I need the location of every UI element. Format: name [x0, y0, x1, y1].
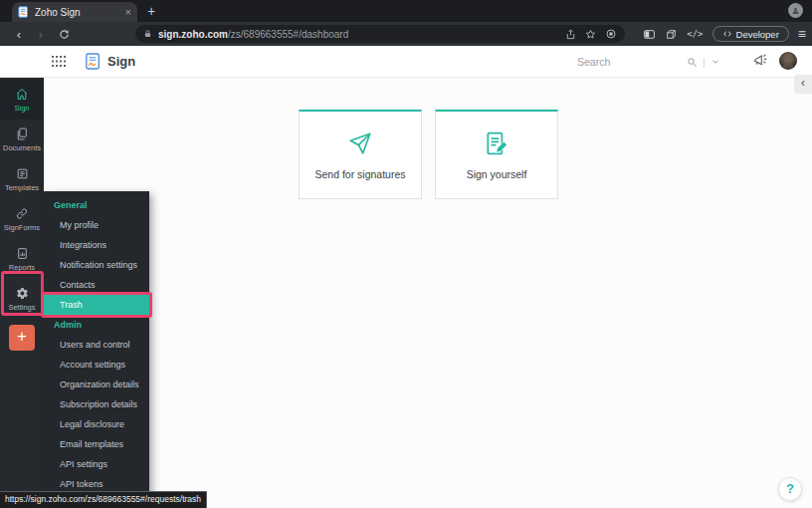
zoho-sign-window: Zoho Sign × + ‹ › sign.zoho.com/zs/68966… — [0, 0, 812, 508]
lock-icon — [143, 29, 152, 39]
user-avatar[interactable] — [779, 52, 797, 70]
sidebar-item-signforms[interactable]: SignForms — [0, 199, 44, 239]
reports-icon — [16, 247, 29, 260]
sidebar-item-settings[interactable]: Settings — [0, 279, 44, 319]
sign-yourself-card[interactable]: Sign yourself — [435, 110, 558, 199]
share-icon[interactable] — [565, 29, 576, 40]
announcements-icon[interactable] — [752, 52, 768, 72]
developer-icon — [722, 29, 732, 39]
card-label: Sign yourself — [467, 168, 527, 180]
search-input[interactable] — [577, 56, 687, 68]
search-icon[interactable] — [687, 57, 698, 68]
settings-flyout-menu: General My profile Integrations Notifica… — [44, 191, 149, 508]
tab-close-icon[interactable]: × — [125, 7, 131, 18]
menu-item-api-settings[interactable]: API settings — [44, 454, 149, 474]
side-panel-icon[interactable] — [643, 28, 656, 41]
link-icon — [15, 207, 29, 220]
menu-item-notification-settings[interactable]: Notification settings — [44, 255, 149, 275]
developer-label: Developer — [736, 29, 779, 40]
send-for-signatures-card[interactable]: Send for signatures — [299, 110, 422, 199]
url-path: /zs/689663555#/dashboard — [228, 29, 348, 40]
home-icon — [15, 88, 29, 101]
search-scope-chevron-icon[interactable] — [710, 57, 720, 67]
paper-plane-icon — [347, 130, 373, 156]
bookmark-star-icon[interactable] — [585, 29, 596, 40]
browser-profile-icon[interactable] — [788, 3, 803, 18]
sign-document-icon — [484, 130, 509, 156]
global-search[interactable]: | — [577, 46, 736, 78]
sidebar-item-documents[interactable]: Documents — [0, 120, 44, 159]
app-name: Sign — [107, 54, 135, 69]
toolbar-right: </> Developer ≡ — [643, 22, 806, 46]
forward-icon: › — [30, 27, 52, 42]
browser-menu-icon[interactable]: ≡ — [798, 26, 806, 42]
sidebar-item-sign[interactable]: Sign — [0, 80, 44, 120]
devtools-code-icon[interactable]: </> — [687, 29, 703, 39]
menu-item-subscription-details[interactable]: Subscription details — [44, 394, 149, 414]
tab-title: Zoho Sign — [35, 7, 119, 18]
sidebar-item-templates[interactable]: Templates — [0, 159, 44, 199]
search-divider: | — [703, 56, 706, 68]
menu-item-organization-details[interactable]: Organization details — [44, 375, 149, 394]
developer-pill-button[interactable]: Developer — [712, 26, 789, 42]
menu-item-account-settings[interactable]: Account settings — [44, 355, 149, 375]
app-sidebar: Sign Documents Templates SignForms — [0, 78, 44, 508]
templates-icon — [16, 167, 29, 180]
reload-icon[interactable] — [52, 29, 76, 40]
app-launcher-icon[interactable] — [52, 56, 66, 67]
menu-item-email-templates[interactable]: Email templates — [44, 434, 149, 454]
menu-section-general: General — [44, 195, 149, 215]
status-link-preview: https://sign.zoho.com/zs/689663555#/requ… — [0, 491, 207, 508]
menu-item-users-and-control[interactable]: Users and control — [44, 335, 149, 355]
site-settings-icon[interactable] — [605, 28, 617, 40]
new-tab-button[interactable]: + — [147, 3, 155, 19]
back-icon[interactable]: ‹ — [8, 27, 30, 42]
card-label: Send for signatures — [314, 168, 405, 180]
menu-item-integrations[interactable]: Integrations — [44, 235, 149, 255]
create-new-button[interactable]: + — [9, 325, 35, 351]
collapse-panel-chevron-icon[interactable]: ‹ — [794, 75, 812, 94]
address-bar[interactable]: sign.zoho.com/zs/689663555#/dashboard — [135, 25, 625, 43]
documents-icon — [15, 127, 29, 140]
menu-item-my-profile[interactable]: My profile — [44, 215, 149, 235]
zoho-sign-logo — [86, 53, 101, 70]
menu-item-legal-disclosure[interactable]: Legal disclosure — [44, 414, 149, 434]
menu-item-trash[interactable]: Trash — [44, 295, 149, 315]
url-domain: sign.zoho.com — [158, 29, 228, 40]
browser-tab-zoho-sign[interactable]: Zoho Sign × — [12, 2, 137, 22]
dashboard-main: Send for signatures Sign yourself — [44, 78, 812, 508]
url-text: sign.zoho.com/zs/689663555#/dashboard — [158, 29, 559, 40]
menu-item-contacts[interactable]: Contacts — [44, 275, 149, 295]
extensions-icon[interactable] — [665, 28, 678, 41]
annotation-trash-highlight — [41, 292, 152, 318]
help-button[interactable]: ? — [778, 477, 802, 501]
zoho-sign-favicon — [18, 6, 29, 18]
gear-icon — [16, 287, 29, 300]
browser-tabstrip: Zoho Sign × + — [0, 0, 812, 22]
menu-section-admin: Admin — [44, 315, 149, 335]
sidebar-item-reports[interactable]: Reports — [0, 239, 44, 279]
